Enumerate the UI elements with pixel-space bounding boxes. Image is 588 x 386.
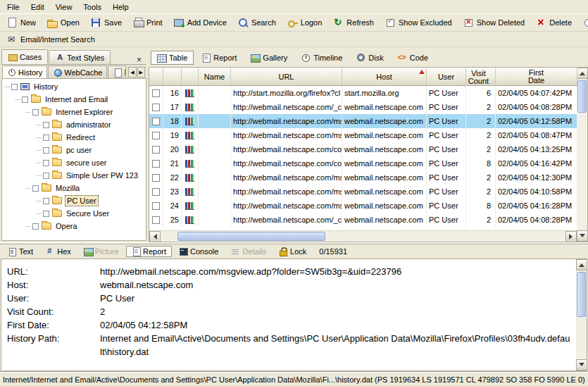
grid-horizontal-scrollbar[interactable]	[149, 230, 577, 242]
add-device-button[interactable]: Add Device	[169, 15, 232, 30]
details-scroll-down-button[interactable]	[576, 359, 587, 371]
table-row[interactable]: 19http://webmail.netscape.com/msgwebmail…	[149, 128, 577, 142]
tree-checkbox[interactable]	[32, 185, 39, 192]
vscroll-thumb[interactable]	[577, 80, 587, 113]
table-row[interactable]: 16http://start.mozilla.org/firefox?clsta…	[149, 86, 577, 100]
tab-text-styles[interactable]: Text Styles	[49, 50, 111, 64]
details-scroll-up-button[interactable]	[576, 259, 587, 270]
subtab-scroll-right-button[interactable]: ▶	[137, 67, 145, 77]
tab-code[interactable]: Code	[392, 51, 434, 65]
open-button[interactable]: Open	[42, 15, 85, 30]
menu-help[interactable]: Help	[107, 1, 135, 13]
hscroll-thumb[interactable]	[177, 232, 325, 241]
header-user[interactable]: User	[427, 68, 466, 86]
tab-gallery[interactable]: Gallery	[244, 51, 294, 65]
table-row[interactable]: 22http://webmail.netscape.com/msgwebmail…	[149, 170, 577, 185]
header-checkbox-column[interactable]	[149, 68, 163, 86]
menu-edit[interactable]: Edit	[25, 1, 50, 13]
tab-report[interactable]: Report	[195, 51, 243, 65]
row-select-checkbox[interactable]	[149, 142, 163, 156]
row-select-checkbox[interactable]	[149, 170, 163, 185]
show-deleted-button[interactable]: Show Deleted	[458, 15, 530, 30]
show-excluded-button[interactable]: Show Excluded	[380, 15, 457, 30]
row-select-checkbox[interactable]	[149, 185, 163, 199]
tree-checkbox[interactable]	[32, 109, 39, 116]
tab-history[interactable]: History	[2, 66, 47, 78]
new-button[interactable]: New	[2, 15, 41, 30]
details-vscroll-track[interactable]	[576, 270, 587, 359]
email-internet-search-button[interactable]: Email/Internet Search	[2, 32, 100, 46]
tab-report-view[interactable]: Report	[126, 246, 172, 257]
tree-item[interactable]: Internet and Email	[2, 93, 146, 106]
table-row[interactable]: 20http://webmail.netscape.com/conwebmail…	[149, 142, 577, 156]
table-row[interactable]: 24http://webmail.netscape.com/msgwebmail…	[149, 199, 577, 213]
tab-details[interactable]: Details	[225, 246, 272, 257]
tree-checkbox[interactable]	[11, 84, 18, 90]
subtab-scroll-left-button[interactable]: ◀	[128, 67, 136, 77]
tree-item[interactable]: secure user	[2, 156, 146, 169]
tree-item[interactable]: Redirect	[2, 131, 146, 144]
row-select-checkbox[interactable]	[149, 86, 163, 100]
tree-checkbox[interactable]	[43, 160, 49, 166]
tree-item[interactable]: administrator	[2, 118, 146, 131]
header-icon-column[interactable]	[182, 68, 199, 86]
header-url[interactable]: URL	[231, 68, 342, 86]
header-first-date[interactable]: FirstDate	[496, 68, 577, 86]
details-vscroll-thumb[interactable]	[577, 272, 586, 317]
hscroll-track[interactable]	[161, 231, 565, 242]
table-row[interactable]: 21http://webmail.netscape.com/conwebmail…	[149, 156, 577, 170]
tab-d-partial[interactable]: D	[108, 66, 126, 78]
tree-checkbox[interactable]	[43, 135, 49, 141]
tree-checkbox[interactable]	[43, 122, 49, 128]
tree-item[interactable]: History	[2, 80, 146, 93]
scroll-down-button[interactable]	[577, 230, 588, 242]
tab-cases[interactable]: Cases	[1, 49, 48, 64]
row-select-checkbox[interactable]	[149, 114, 163, 128]
vscroll-track[interactable]	[577, 79, 587, 230]
tab-text[interactable]: Text	[2, 246, 39, 257]
header-host[interactable]: Host	[342, 68, 427, 86]
delete-button[interactable]: Delete	[531, 15, 577, 30]
table-row[interactable]: 25http://webmail.netscape.com/_ccwebmail…	[149, 213, 577, 227]
tab-console[interactable]: Console	[173, 246, 224, 257]
scroll-up-button[interactable]	[577, 68, 588, 79]
tree-checkbox[interactable]	[43, 147, 49, 154]
header-visit-count[interactable]: VisitCount	[466, 68, 496, 86]
tree-checkbox[interactable]	[43, 198, 49, 204]
header-row-number-column[interactable]	[163, 68, 182, 86]
scroll-right-button[interactable]	[565, 231, 577, 242]
tree-checkbox[interactable]	[43, 211, 49, 217]
row-select-checkbox[interactable]	[149, 100, 163, 114]
refresh-button[interactable]: Refresh	[328, 15, 379, 30]
row-select-checkbox[interactable]	[149, 128, 163, 142]
tab-timeline[interactable]: Timeline	[295, 51, 349, 65]
tab-lock[interactable]: Lock	[273, 246, 312, 257]
search-button[interactable]: Search	[233, 15, 281, 30]
tab-picture[interactable]: Picture	[78, 246, 125, 257]
tree-item[interactable]: Simple User PW 123	[2, 169, 146, 182]
header-name[interactable]: Name	[199, 68, 231, 86]
menu-file[interactable]: File	[1, 1, 25, 13]
tree-item[interactable]: PC User	[2, 194, 146, 207]
logon-button[interactable]: Logon	[282, 15, 327, 30]
tree-item[interactable]: Mozilla	[2, 182, 146, 194]
row-select-checkbox[interactable]	[149, 213, 163, 227]
scroll-left-button[interactable]	[149, 231, 161, 242]
tree-checkbox[interactable]	[43, 173, 49, 179]
tab-disk[interactable]: Disk	[350, 51, 389, 65]
close-panel-button[interactable]: ×	[135, 56, 144, 64]
tab-hex[interactable]: Hex	[40, 246, 77, 257]
row-select-checkbox[interactable]	[149, 156, 163, 170]
tree-item[interactable]: pc user	[2, 144, 146, 156]
menu-view[interactable]: View	[50, 1, 78, 13]
tree-item[interactable]: Secure User	[2, 207, 146, 220]
table-row[interactable]: 23http://webmail.netscape.com/msgwebmail…	[149, 185, 577, 199]
tree-checkbox[interactable]	[32, 223, 39, 230]
tree-item[interactable]: Internet Explorer	[2, 106, 146, 118]
print-button[interactable]: Print	[128, 15, 168, 30]
tree-checkbox[interactable]	[22, 96, 28, 103]
view-history-button[interactable]: View History	[578, 15, 588, 30]
table-row[interactable]: 18http://webmail.netscape.com/msgwebmail…	[149, 114, 577, 128]
tree-item[interactable]: Opera	[2, 220, 146, 232]
tab-webcache[interactable]: WebCache	[48, 66, 107, 78]
